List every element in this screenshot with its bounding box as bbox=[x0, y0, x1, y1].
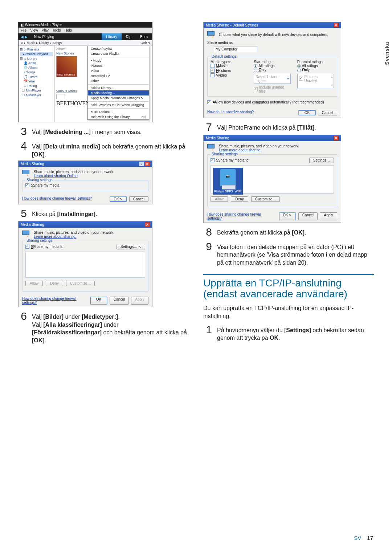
cancel-button[interactable]: Cancel bbox=[298, 212, 318, 220]
step-6: 6 Välj [Bilder] under [Medietyper:]. Väl… bbox=[18, 311, 189, 344]
learn-link[interactable]: Learn more about sharing. bbox=[219, 148, 261, 152]
apply-button[interactable]: Apply bbox=[320, 212, 337, 220]
share-icon: ♪ bbox=[207, 144, 216, 151]
photoframe-icon: 📷 bbox=[220, 169, 236, 186]
wmp-tree: ⊟ ▷ Playlists ▸ Create Playlist ⊟ ♫ Libr… bbox=[19, 46, 55, 122]
parental-all-radio[interactable] bbox=[297, 64, 301, 68]
media-sharing-default-settings: Media Sharing - Default Settings✕ ♪ Choo… bbox=[203, 22, 341, 118]
customize-button[interactable]: Customize… bbox=[251, 196, 280, 202]
share-icon: ♪ bbox=[22, 170, 31, 176]
firewall-link[interactable]: How does sharing change firewall setting… bbox=[22, 297, 88, 305]
firewall-link[interactable]: How does sharing change firewall setting… bbox=[207, 212, 277, 220]
ok-button[interactable]: OK bbox=[298, 110, 316, 115]
step-9: 9 Visa foton i den delade mappen på en d… bbox=[203, 241, 374, 267]
step-8: 8 Bekräfta genom att klicka på [OK]. bbox=[203, 227, 374, 237]
language-side-label: Svenska bbox=[384, 42, 390, 65]
close-icon: ✕ bbox=[334, 23, 339, 28]
rated-select: Rated 1 star or higher▾ bbox=[254, 74, 290, 84]
device-item[interactable]: 📷 Philips SPF3_WIFI bbox=[213, 168, 243, 195]
allow-button: Allow bbox=[25, 281, 43, 286]
firewall-link[interactable]: How does sharing change firewall setting… bbox=[22, 196, 92, 202]
cancel-button[interactable]: Cancel bbox=[318, 110, 337, 115]
apply-button: Apply bbox=[131, 297, 148, 305]
allow-new-checkbox[interactable]: AAllow new devices and computers automat… bbox=[207, 100, 324, 104]
step-5: 5 Klicka på [Inställningar]. bbox=[18, 208, 189, 219]
share-as-field[interactable]: My Computer bbox=[214, 46, 257, 52]
media-sharing-dialog-2: Media Sharing✕ ♪ Share music, pictures, … bbox=[18, 221, 152, 307]
learn-link[interactable]: Learn more about sharing. bbox=[34, 235, 76, 239]
step-4: 4 Välj [Dela ut mina media] och bekräfta… bbox=[18, 140, 189, 158]
cancel-button[interactable]: Cancel bbox=[110, 297, 129, 305]
wmp-tabs: ◀ ▶ Now Playing Library Rip Burn bbox=[19, 33, 152, 40]
learn-link[interactable]: Learn about sharing Online bbox=[34, 174, 78, 178]
deny-button: Deny bbox=[46, 281, 63, 286]
share-media-to-checkbox[interactable]: SShare my media to: bbox=[211, 158, 249, 162]
allow-button[interactable]: Allow bbox=[211, 196, 228, 202]
only-radio[interactable] bbox=[254, 69, 257, 72]
pictures-checkbox[interactable]: PPictures bbox=[211, 69, 231, 73]
media-sharing-dialog-3: Media Sharing✕ ♪ Share music, pictures, … bbox=[203, 135, 341, 223]
customize-link[interactable]: How do I customize sharing? bbox=[207, 110, 254, 115]
step-7: 7 Välj PhotoFrame och klicka på [Tillåt]… bbox=[203, 122, 374, 133]
close-icon: ✕ bbox=[334, 136, 339, 140]
wmp-screenshot: ◧ Windows Media Player FileViewPlayTools… bbox=[18, 22, 152, 122]
deny-button[interactable]: Deny bbox=[231, 196, 248, 202]
settings-button[interactable]: Settings… bbox=[309, 158, 334, 163]
help-icon: ? bbox=[139, 162, 144, 166]
tcp-heading: Upprätta en TCP/IP-anslutning (endast av… bbox=[203, 274, 374, 300]
share-icon: ♪ bbox=[22, 231, 31, 237]
library-dropdown: Create Playlist Create Auto Playlist Mus… bbox=[87, 46, 149, 120]
all-ratings-radio[interactable] bbox=[254, 64, 257, 68]
tcp-intro: Du kan upprätta en TCP/IP-anslutning för… bbox=[203, 304, 374, 321]
video-checkbox[interactable]: VVideo bbox=[211, 73, 227, 77]
tcp-step-1: 1 På huvudmenyn väljer du [Settings] och… bbox=[203, 324, 374, 342]
ok-button[interactable]: OK ↖ bbox=[279, 212, 296, 220]
wmp-menubar: FileViewPlayToolsHelp bbox=[19, 28, 152, 33]
page-footer: SV17 bbox=[354, 535, 373, 541]
share-media-to-checkbox[interactable]: SShare my media to: bbox=[25, 245, 64, 249]
cancel-button[interactable]: Cancel bbox=[129, 196, 148, 202]
wmp-titlebar: ◧ Windows Media Player bbox=[19, 22, 152, 28]
parental-list: Pictures: Unrated ▴ ▾ bbox=[297, 74, 334, 88]
ok-button[interactable]: OK bbox=[90, 297, 107, 305]
parental-only-radio[interactable] bbox=[297, 69, 301, 72]
close-icon: ✕ bbox=[145, 162, 150, 166]
share-my-media-checkbox[interactable]: SShare my media bbox=[25, 183, 59, 187]
customize-button: Customize… bbox=[66, 281, 95, 286]
media-sharing-dialog-1: Media Sharing?✕ ♪ Share music, pictures,… bbox=[18, 160, 152, 204]
share-icon: ♪ bbox=[207, 31, 216, 38]
settings-button[interactable]: Settings… ↖ bbox=[117, 244, 145, 249]
music-checkbox[interactable]: MMusic bbox=[211, 64, 227, 68]
step-3: 3 Välj [Mediedelning ...] i menyn som vi… bbox=[18, 126, 189, 137]
close-icon: ✕ bbox=[145, 222, 150, 227]
ok-button[interactable]: OK ↖ bbox=[110, 196, 127, 202]
